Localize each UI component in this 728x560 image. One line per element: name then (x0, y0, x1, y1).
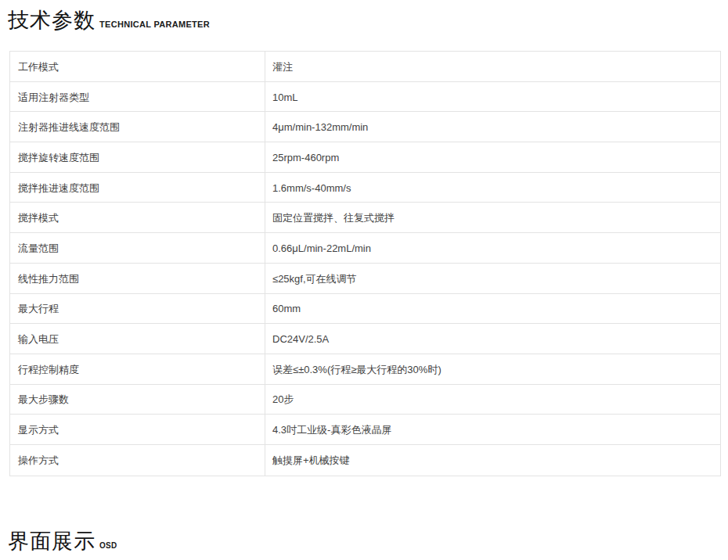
param-value: ≤25kgf,可在线调节 (265, 273, 720, 284)
param-label: 显示方式 (10, 415, 265, 444)
table-row: 最大行程60mm (10, 294, 720, 325)
product-spec-page: 技术参数TECHNICAL PARAMETER 工作模式灌注适用注射器类型10m… (0, 0, 728, 560)
param-label: 搅拌旋转速度范围 (10, 142, 265, 172)
table-row: 行程控制精度误差≤±0.3%(行程≥最大行程的30%时) (10, 354, 720, 385)
param-value: 0.66μL/min-22mL/min (265, 242, 720, 253)
param-value: 20步 (265, 393, 720, 404)
tech-section-title: 技术参数 (8, 9, 96, 32)
param-label: 最大行程 (10, 294, 265, 324)
param-label: 最大步骤数 (10, 385, 265, 415)
table-row: 工作模式灌注 (10, 52, 720, 82)
param-value: 误差≤±0.3%(行程≥最大行程的30%时) (265, 364, 720, 375)
table-row: 流量范围0.66μL/min-22mL/min (10, 233, 720, 264)
param-value: 4μm/min-132mm/min (265, 121, 720, 132)
param-value: 25rpm-460rpm (265, 152, 720, 163)
param-value: 固定位置搅拌、往复式搅拌 (265, 212, 720, 223)
spec-table: 工作模式灌注适用注射器类型10mL注射器推进线速度范围4μm/min-132mm… (9, 51, 721, 476)
tech-section-header: 技术参数TECHNICAL PARAMETER (0, 0, 728, 34)
table-row: 输入电压DC24V/2.5A (10, 324, 720, 354)
osd-section-header: 界面展示OSD (8, 527, 117, 555)
table-row: 显示方式4.3吋工业级-真彩色液晶屏 (10, 415, 720, 445)
table-row: 搅拌旋转速度范围25rpm-460rpm (10, 142, 720, 173)
param-value: 灌注 (265, 61, 720, 72)
table-row: 适用注射器类型10mL (10, 82, 720, 113)
osd-section-title: 界面展示 (8, 529, 96, 553)
param-label: 流量范围 (10, 233, 265, 263)
param-label: 行程控制精度 (10, 354, 265, 384)
param-label: 适用注射器类型 (10, 82, 265, 112)
table-row: 搅拌模式固定位置搅拌、往复式搅拌 (10, 203, 720, 233)
osd-section-subtitle: OSD (99, 541, 117, 550)
table-row: 搅拌推进速度范围1.6mm/s-40mm/s (10, 173, 720, 203)
param-value: DC24V/2.5A (265, 333, 720, 344)
param-label: 搅拌模式 (10, 203, 265, 232)
table-row: 操作方式触摸屏+机械按键 (10, 445, 720, 476)
param-value: 10mL (265, 92, 720, 102)
param-value: 1.6mm/s-40mm/s (265, 182, 720, 193)
param-label: 输入电压 (10, 324, 265, 354)
param-value: 4.3吋工业级-真彩色液晶屏 (265, 424, 720, 435)
tech-section-subtitle: TECHNICAL PARAMETER (99, 20, 210, 29)
param-label: 注射器推进线速度范围 (10, 112, 265, 142)
param-label: 线性推力范围 (10, 264, 265, 293)
param-value: 60mm (265, 303, 720, 314)
table-row: 注射器推进线速度范围4μm/min-132mm/min (10, 112, 720, 142)
param-label: 搅拌推进速度范围 (10, 173, 265, 203)
param-label: 工作模式 (10, 52, 265, 81)
table-row: 线性推力范围≤25kgf,可在线调节 (10, 264, 720, 294)
param-label: 操作方式 (10, 445, 265, 476)
table-row: 最大步骤数20步 (10, 385, 720, 415)
param-value: 触摸屏+机械按键 (265, 454, 720, 465)
